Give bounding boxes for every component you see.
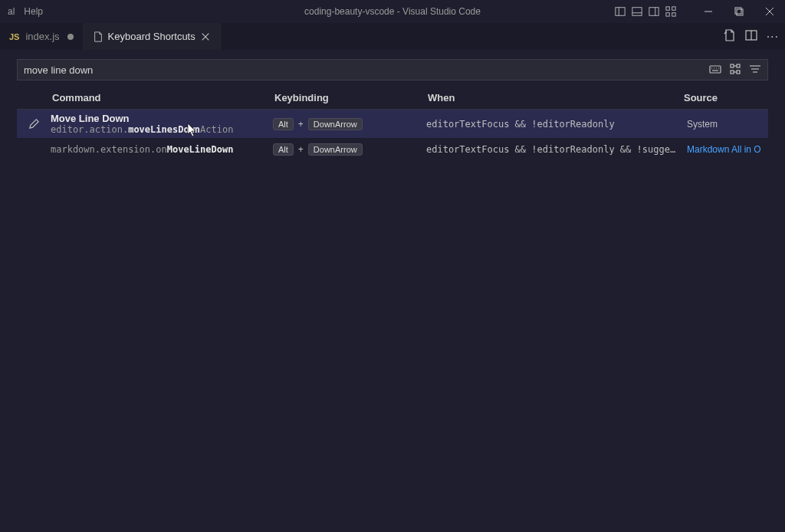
svg-rect-27 — [731, 71, 734, 74]
window-title: coding-beauty-vscode - Visual Studio Cod… — [304, 6, 481, 17]
source-cell: System — [682, 119, 768, 130]
when-cell: editorTextFocus && !editorReadonly && !s… — [426, 144, 682, 155]
svg-rect-6 — [666, 7, 669, 10]
plus: + — [298, 119, 304, 130]
js-file-icon: JS — [9, 32, 19, 41]
file-icon — [93, 31, 103, 42]
svg-rect-25 — [731, 64, 734, 67]
command-title: Move Line Down — [51, 113, 273, 124]
svg-rect-26 — [737, 64, 740, 67]
tab-index-js[interactable]: JS index.js — [0, 23, 84, 50]
command-id: editor.action.moveLinesDownAction — [51, 124, 273, 135]
tab-close-icon[interactable] — [200, 31, 211, 42]
maximize-button[interactable] — [724, 0, 754, 23]
unsaved-dot-icon — [67, 34, 74, 40]
svg-rect-28 — [737, 71, 740, 74]
window-controls — [613, 0, 785, 23]
key: DownArrow — [308, 143, 363, 156]
layout-customize-icon[interactable] — [664, 5, 678, 18]
svg-rect-4 — [649, 8, 659, 16]
keybinding-cell: Alt + DownArrow — [273, 143, 426, 156]
table-row[interactable]: Move Line Down editor.action.moveLinesDo… — [17, 110, 768, 138]
table-row[interactable]: markdown.extension.onMoveLineDown Alt + … — [17, 138, 768, 161]
svg-rect-9 — [672, 13, 675, 16]
keybinding-search — [17, 59, 768, 80]
window-control-buttons — [693, 0, 785, 23]
table-header: Command Keybinding When Source — [17, 87, 768, 110]
edit-keybinding-icon[interactable] — [17, 118, 51, 130]
minimize-button[interactable] — [693, 0, 724, 23]
layout-panel-icon[interactable] — [630, 5, 644, 18]
sort-by-precedence-icon[interactable] — [729, 63, 741, 77]
col-command[interactable]: Command — [51, 89, 273, 107]
col-source[interactable]: Source — [682, 89, 768, 107]
key: Alt — [273, 118, 294, 130]
open-keyboard-shortcuts-json-icon[interactable] — [724, 29, 736, 44]
menu-item-partial[interactable]: al — [8, 6, 15, 17]
layout-primary-sidebar-icon[interactable] — [613, 5, 627, 18]
svg-rect-8 — [666, 13, 669, 16]
layout-secondary-sidebar-icon[interactable] — [647, 5, 661, 18]
svg-rect-2 — [632, 8, 642, 16]
key: Alt — [273, 143, 294, 156]
col-keybinding[interactable]: Keybinding — [273, 89, 426, 107]
svg-rect-7 — [672, 7, 675, 10]
when-cell: editorTextFocus && !editorReadonly — [426, 119, 682, 130]
svg-rect-11 — [735, 8, 741, 14]
keybinding-cell: Alt + DownArrow — [273, 118, 426, 130]
search-actions — [709, 63, 761, 77]
clear-search-icon[interactable] — [749, 63, 761, 77]
layout-icons — [613, 5, 678, 18]
tab-bar: JS index.js Keyboard Shortcuts ··· — [0, 23, 785, 50]
source-cell-link[interactable]: Markdown All in O — [682, 144, 768, 155]
svg-rect-19 — [710, 66, 721, 73]
tab-label: index.js — [25, 31, 59, 42]
svg-rect-0 — [616, 8, 625, 16]
tab-label: Keyboard Shortcuts — [108, 31, 195, 42]
menu-bar: al Help — [6, 6, 43, 17]
menu-item-help[interactable]: Help — [24, 6, 43, 17]
split-editor-icon[interactable] — [745, 29, 757, 44]
close-button[interactable] — [754, 0, 785, 23]
plus: + — [298, 144, 304, 155]
command-id: markdown.extension.onMoveLineDown — [51, 144, 273, 155]
col-when[interactable]: When — [426, 89, 682, 107]
search-input[interactable] — [24, 64, 709, 76]
more-actions-icon[interactable]: ··· — [767, 30, 779, 44]
tab-bar-actions: ··· — [724, 23, 779, 50]
svg-rect-12 — [737, 9, 743, 15]
key: DownArrow — [308, 118, 363, 130]
record-keys-icon[interactable] — [709, 63, 721, 77]
keybindings-table: Command Keybinding When Source Move Line… — [0, 87, 785, 161]
title-bar: al Help coding-beauty-vscode - Visual St… — [0, 0, 785, 23]
tab-keyboard-shortcuts[interactable]: Keyboard Shortcuts — [84, 23, 221, 50]
